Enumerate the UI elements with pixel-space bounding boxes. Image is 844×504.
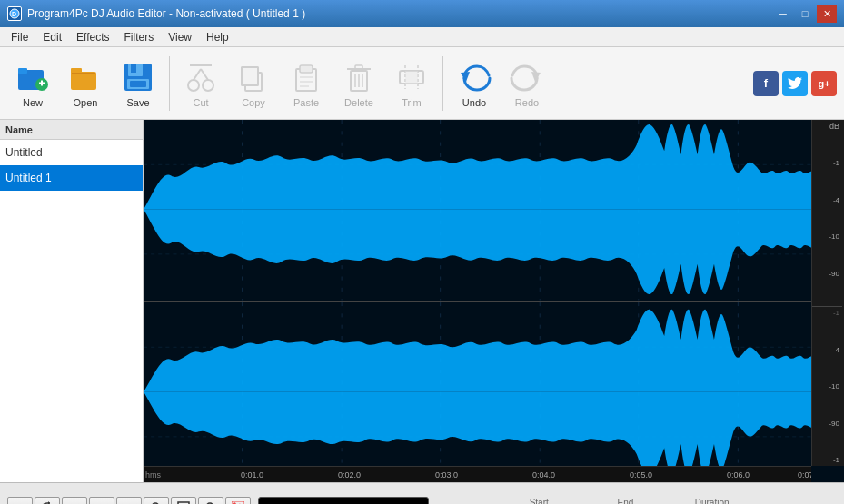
facebook-button[interactable]: f	[753, 71, 779, 96]
menu-effects[interactable]: Effects	[69, 27, 116, 47]
trim-button: Trim	[386, 52, 437, 115]
redo-button[interactable]: Redo	[501, 52, 552, 115]
svg-rect-22	[242, 67, 258, 85]
maximize-button[interactable]: □	[795, 5, 815, 23]
app-icon: D	[7, 6, 22, 21]
new-icon	[16, 61, 49, 94]
transport-bar: ▶ ⏭ ◀◀ ▶▶ ■ ⏸ ● ⏮ ⏭	[0, 482, 844, 504]
transport-row-1: ▶ ⏭ ◀◀ ▶▶	[7, 497, 251, 505]
delete-icon	[343, 62, 374, 93]
svg-rect-31	[355, 65, 362, 69]
separator-2	[442, 56, 443, 111]
menu-help[interactable]: Help	[199, 27, 236, 47]
db-ruler: dB -1 -4 -10 -90 -1 -4 -10 -90 -1	[811, 120, 844, 466]
svg-rect-27	[300, 81, 313, 83]
close-button[interactable]: ✕	[817, 5, 837, 23]
timer-main: 00:00:00.000	[266, 501, 421, 505]
window-title: Program4Pc DJ Audio Editor - Non-activat…	[27, 7, 305, 20]
svg-rect-10	[72, 73, 95, 74]
menu-view[interactable]: View	[161, 27, 199, 47]
trim-icon	[396, 62, 427, 93]
waveform-area[interactable]: dB -1 -4 -10 -90 -1 -4 -10 -90 -1 hms 0:…	[144, 120, 844, 482]
timer-display: 00:00:00.000	[258, 497, 429, 505]
copy-button: Copy	[228, 52, 279, 115]
googleplus-button[interactable]: g+	[811, 71, 837, 96]
social-icons: f g+	[753, 71, 837, 96]
file-item-untitled1[interactable]: Untitled 1	[0, 165, 143, 191]
cut-button: Cut	[175, 52, 226, 115]
svg-rect-13	[131, 64, 136, 73]
open-button[interactable]: Open	[60, 52, 111, 115]
main-area: Name Untitled Untitled 1	[0, 120, 844, 482]
new-button[interactable]: New	[7, 52, 58, 115]
svg-rect-26	[300, 76, 313, 78]
save-icon	[122, 61, 154, 94]
undo-icon	[457, 60, 492, 94]
time-ruler: hms 0:01.0 0:02.0 0:03.0 0:04.0 0:05.0 0…	[144, 466, 811, 482]
separator-1	[169, 56, 170, 111]
file-list: Name Untitled Untitled 1	[0, 120, 144, 482]
svg-rect-28	[300, 85, 309, 87]
svg-rect-7	[41, 80, 43, 85]
end-header: End	[582, 496, 669, 505]
svg-rect-4	[18, 68, 27, 74]
file-item-untitled[interactable]: Untitled	[0, 140, 143, 165]
zoom-fit-button[interactable]	[171, 497, 196, 505]
waveform-top-svg	[144, 120, 844, 301]
rewind-button[interactable]: ◀◀	[89, 497, 114, 505]
start-header: Start	[496, 496, 582, 505]
zoom-out-h-button[interactable]	[198, 497, 223, 505]
paste-button: Paste	[281, 52, 332, 115]
undo-button[interactable]: Undo	[449, 52, 500, 115]
toolbar: New Open Save	[0, 47, 844, 120]
waveform-view-button[interactable]	[225, 497, 251, 505]
svg-rect-15	[130, 81, 146, 87]
svg-text:D: D	[12, 11, 16, 17]
duration-header: Duration	[669, 496, 755, 505]
menu-file[interactable]: File	[4, 27, 35, 47]
transport-buttons: ▶ ⏭ ◀◀ ▶▶ ■ ⏸ ● ⏮ ⏭	[7, 497, 251, 505]
delete-button: Delete	[333, 52, 384, 115]
selection-info-table: Start End Duration Selection 00:00:00.00…	[443, 496, 755, 505]
cut-icon	[185, 62, 216, 93]
svg-line-19	[201, 69, 208, 80]
paste-icon	[291, 62, 322, 93]
svg-point-17	[203, 80, 213, 91]
menubar: File Edit Effects Filters View Help	[0, 27, 844, 47]
svg-line-18	[194, 69, 201, 80]
menu-filters[interactable]: Filters	[117, 27, 162, 47]
copy-icon	[238, 62, 269, 93]
minimize-button[interactable]: ─	[773, 5, 793, 23]
fastforward-button[interactable]: ▶▶	[116, 497, 142, 505]
svg-rect-38	[405, 71, 418, 84]
waveform-bottom-svg	[144, 302, 844, 483]
twitter-button[interactable]	[782, 71, 808, 96]
loop-button[interactable]	[35, 497, 60, 505]
play-button[interactable]: ▶	[7, 497, 33, 505]
save-button[interactable]: Save	[113, 52, 164, 115]
menu-edit[interactable]: Edit	[35, 27, 69, 47]
filelist-header: Name	[0, 120, 143, 140]
waveform-channel-bottom[interactable]	[144, 302, 844, 483]
svg-rect-25	[300, 65, 313, 73]
waveform-channel-top[interactable]	[144, 120, 844, 302]
titlebar: D Program4Pc DJ Audio Editor - Non-activ…	[0, 0, 844, 27]
svg-point-16	[188, 80, 199, 91]
zoom-in-time-button[interactable]	[144, 497, 169, 505]
skip-next-button[interactable]: ⏭	[62, 497, 87, 505]
open-icon	[69, 61, 102, 94]
redo-icon	[510, 60, 544, 94]
